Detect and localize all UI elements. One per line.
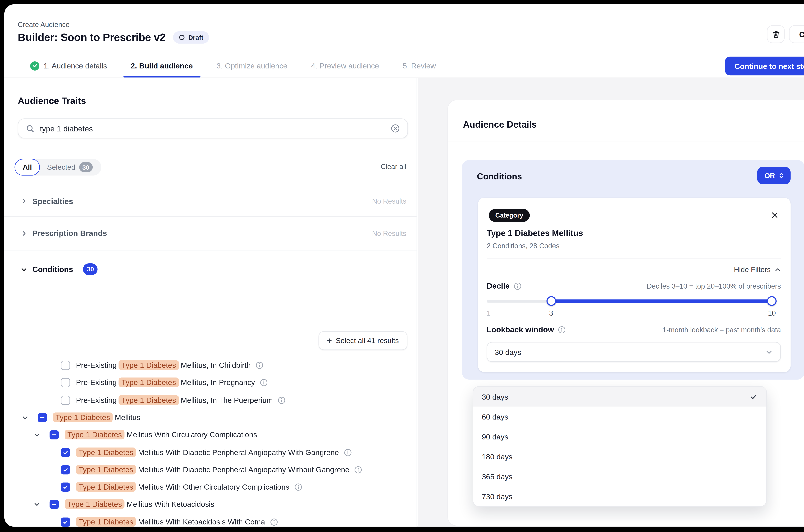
conditions-tree: Pre-Existing Type 1 Diabetes Mellitus, I…: [4, 357, 417, 527]
tab-build-audience[interactable]: 2. Build audience: [131, 54, 193, 77]
chevron-down-icon[interactable]: [34, 500, 41, 508]
tab-preview-audience[interactable]: 4. Preview audience: [311, 54, 379, 77]
option-label: 30 days: [482, 392, 508, 401]
slider-handle-low[interactable]: [546, 296, 556, 306]
tree-row: Pre-Existing Type 1 Diabetes Mellitus, I…: [4, 392, 417, 409]
delete-button[interactable]: [767, 25, 785, 43]
tree-checkbox-indet[interactable]: [50, 499, 59, 509]
tree-checkbox-unchecked[interactable]: [61, 378, 70, 387]
tree-row: Type 1 Diabetes Mellitus With Ketoacidos…: [4, 495, 417, 513]
stepper-tabs: 1. Audience details 2. Build audience 3.…: [30, 54, 436, 77]
tab-label: 1. Audience details: [43, 61, 107, 70]
conditions-group-title: Conditions: [477, 172, 522, 182]
lookback-option[interactable]: 730 days: [473, 486, 766, 506]
tab-review[interactable]: 5. Review: [403, 54, 436, 77]
section-prescription-brands[interactable]: Prescription Brands No Results: [4, 216, 417, 250]
tree-item-label: Type 1 Diabetes Mellitus With Ketoacidos…: [65, 500, 214, 508]
chevron-down-icon[interactable]: [34, 431, 41, 438]
filter-selected-pill[interactable]: Selected 30: [40, 162, 95, 172]
slider-min-label: 1: [487, 309, 490, 317]
search-match-highlight: Type 1 Diabetes: [119, 395, 179, 405]
title-row: Builder: Soon to Prescribe v2 Draft: [18, 31, 209, 43]
lookback-option[interactable]: 90 days: [473, 426, 766, 446]
tab-audience-details[interactable]: 1. Audience details: [30, 54, 107, 77]
panel-title: Audience Traits: [18, 96, 86, 107]
traits-search-input[interactable]: type 1 diabetes: [18, 118, 408, 138]
tree-checkbox-checked[interactable]: [61, 482, 70, 491]
close-button[interactable]: Close: [789, 25, 804, 43]
tree-checkbox-unchecked[interactable]: [61, 396, 70, 405]
tree-checkbox-checked[interactable]: [61, 465, 70, 474]
tree-row: Type 1 Diabetes Mellitus With Diabetic P…: [4, 461, 417, 478]
decile-hint: Deciles 3–10 = top 20–100% of prescriber…: [647, 282, 781, 290]
section-specialties[interactable]: Specialties No Results: [4, 186, 417, 216]
tree-checkbox-checked[interactable]: [61, 517, 70, 526]
decile-label: Decile: [487, 282, 510, 290]
tree-item-label: Pre-Existing Type 1 Diabetes Mellitus, I…: [76, 396, 273, 404]
select-all-results-button[interactable]: + Select all 41 results: [318, 331, 407, 350]
selected-count-badge: 30: [79, 162, 92, 172]
tree-item-label: Type 1 Diabetes Mellitus: [53, 413, 140, 422]
tree-checkbox-indet[interactable]: [50, 430, 59, 439]
remove-condition-icon[interactable]: [771, 211, 779, 219]
info-icon[interactable]: [260, 378, 268, 386]
slider-low-label: 3: [549, 309, 553, 317]
tab-optimize-audience[interactable]: 3. Optimize audience: [216, 54, 287, 77]
search-match-highlight: Type 1 Diabetes: [119, 377, 179, 387]
search-icon: [26, 124, 35, 133]
condition-subtitle: 2 Conditions, 28 Codes: [487, 242, 560, 250]
section-label: Specialties: [32, 197, 73, 206]
card-title: Audience Details: [463, 119, 537, 130]
clear-search-icon[interactable]: [391, 124, 400, 133]
tree-checkbox-unchecked[interactable]: [61, 361, 70, 370]
info-icon[interactable]: [294, 483, 302, 491]
tree-row: Pre-Existing Type 1 Diabetes Mellitus, I…: [4, 357, 417, 374]
info-icon[interactable]: [558, 325, 566, 334]
lookback-option[interactable]: 365 days: [473, 466, 766, 486]
clear-all-link[interactable]: Clear all: [381, 163, 406, 171]
lookback-select[interactable]: 30 days: [487, 342, 781, 362]
tree-row: Type 1 Diabetes Mellitus With Diabetic P…: [4, 444, 417, 461]
divider: [487, 258, 781, 259]
slider-handle-high[interactable]: [767, 296, 776, 306]
lookback-hint: 1-month lookback = past month's data: [662, 326, 781, 334]
info-icon[interactable]: [344, 448, 352, 456]
tree-row: Type 1 Diabetes Mellitus With Other Circ…: [4, 478, 417, 495]
hide-filters-link[interactable]: Hide Filters: [734, 265, 781, 273]
tree-checkbox-checked[interactable]: [61, 448, 70, 457]
info-icon[interactable]: [513, 282, 522, 290]
trash-icon: [771, 30, 780, 39]
condition-card: Category Type 1 Diabetes Mellitus 2 Cond…: [478, 197, 791, 372]
chevron-down-icon[interactable]: [21, 414, 29, 421]
filter-all-pill[interactable]: All: [15, 159, 40, 176]
section-label: Conditions: [32, 265, 73, 273]
continue-button[interactable]: Continue to next step: [725, 57, 804, 75]
info-icon[interactable]: [270, 518, 278, 526]
tree-checkbox-indet[interactable]: [38, 413, 47, 422]
page-title: Builder: Soon to Prescribe v2: [18, 31, 166, 43]
or-operator-button[interactable]: OR: [757, 167, 790, 184]
section-conditions[interactable]: Conditions 30: [4, 250, 417, 289]
eyebrow-title: Create Audience: [18, 20, 70, 28]
info-icon[interactable]: [354, 466, 362, 474]
selected-label: Selected: [47, 163, 75, 171]
create-audience-modal: Create Audience Builder: Soon to Prescri…: [4, 4, 804, 527]
tree-item-label: Pre-Existing Type 1 Diabetes Mellitus, I…: [76, 361, 251, 369]
hide-filters-label: Hide Filters: [734, 265, 771, 273]
lookback-dropdown-menu: 30 days60 days90 days180 days365 days730…: [473, 386, 767, 507]
no-results-text: No Results: [372, 197, 406, 205]
lookback-label: Lookback window: [487, 325, 554, 334]
lookback-option[interactable]: 180 days: [473, 446, 766, 466]
tree-row: Type 1 Diabetes Mellitus With Ketoacidos…: [4, 513, 417, 527]
info-icon[interactable]: [256, 361, 264, 369]
lookback-option[interactable]: 30 days: [473, 386, 766, 406]
draft-label: Draft: [188, 34, 203, 41]
chevron-down-icon: [20, 266, 28, 273]
option-label: 730 days: [482, 492, 512, 501]
info-icon[interactable]: [278, 396, 286, 404]
filter-segmented-control: All Selected 30: [15, 159, 101, 176]
search-match-highlight: Type 1 Diabetes: [76, 448, 136, 457]
search-match-highlight: Type 1 Diabetes: [76, 465, 136, 474]
lookback-option[interactable]: 60 days: [473, 406, 766, 426]
tree-item-label: Type 1 Diabetes Mellitus With Other Circ…: [76, 482, 289, 491]
